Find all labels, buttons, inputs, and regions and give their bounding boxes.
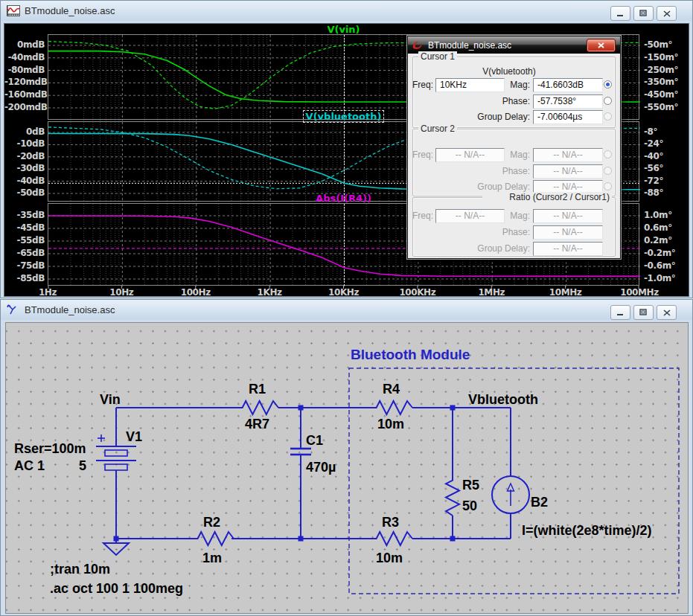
cursor1-legend: Cursor 1 — [418, 51, 457, 62]
v1-rser[interactable]: Rser=100m — [14, 441, 86, 457]
cursor2-groupdelay-radio — [604, 182, 612, 190]
wire-junction — [450, 405, 456, 411]
minimize-icon — [616, 309, 625, 316]
right-axis-tick-label: -550m° — [644, 102, 687, 112]
dialog-close-button[interactable] — [587, 39, 616, 52]
schematic-window: BTmodule_noise.asc Bluetooth Module Vin … — [0, 299, 693, 616]
cursor2-freq-label: Freq: — [411, 150, 433, 160]
r5-value[interactable]: 50 — [462, 498, 477, 514]
trace-label-text[interactable]: Abs(I(R4)) — [316, 193, 371, 204]
cursor2-groupdelay-label: Group Delay: — [453, 182, 530, 192]
close-icon — [663, 309, 671, 316]
cursor1-phase-radio[interactable] — [604, 97, 612, 105]
cursor2-phase-label: Phase: — [467, 166, 530, 176]
close-button[interactable] — [657, 305, 677, 320]
x-axis-tick-label: 10KHz — [322, 287, 366, 298]
resistor-symbol — [373, 532, 412, 545]
cursor1-groupdelay-input[interactable]: -7.00604µs — [533, 110, 603, 124]
cursor2-mag-radio — [604, 150, 612, 158]
ratio-groupdelay-input: -- N/A-- — [533, 242, 603, 256]
directive-ac[interactable]: .ac oct 100 1 100meg — [50, 581, 183, 597]
left-axis-tick-label: -45dB — [4, 222, 45, 233]
x-axis-tick-label: 10MHz — [543, 287, 588, 298]
r2-value[interactable]: 1m — [202, 551, 222, 566]
left-axis-tick-label: -55dB — [4, 235, 45, 246]
r1-value[interactable]: 4R7 — [245, 417, 269, 432]
right-axis-tick-label: 0.2m° — [644, 235, 687, 246]
right-axis-tick-label: -0.2m° — [644, 248, 687, 258]
v1-name[interactable]: V1 — [126, 429, 142, 445]
ltspice-logo-icon — [412, 40, 424, 50]
trace-label-1[interactable]: V(vin) — [48, 24, 639, 35]
net-label-vin[interactable]: Vin — [100, 392, 121, 408]
r5-name[interactable]: R5 — [462, 478, 479, 493]
cursor1-mag-radio[interactable] — [604, 80, 612, 89]
restore-icon — [639, 10, 648, 17]
right-axis-tick-label: -450m° — [644, 89, 687, 100]
left-axis-tick-label: 0dB — [4, 126, 45, 137]
left-axis-tick-label: -50dB — [4, 187, 45, 198]
schematic-titlebar[interactable]: BTmodule_noise.asc — [1, 300, 692, 320]
ratio-groupdelay-label: Group Delay: — [453, 243, 530, 254]
close-icon — [598, 42, 604, 48]
r3-name[interactable]: R3 — [382, 515, 399, 530]
r4-name[interactable]: R4 — [383, 382, 400, 397]
cursor-dialog: BTmodule_noise.asc Cursor 1 V(vbluetooth… — [407, 36, 621, 259]
left-axis-tick-label: 0mdB — [4, 39, 45, 50]
ratio-phase-input: -- N/A-- — [533, 225, 603, 240]
wire-junction — [114, 536, 119, 542]
r2-name[interactable]: R2 — [203, 515, 220, 530]
restore-button[interactable] — [633, 6, 654, 21]
cursor2-mag-input: -- N/A-- — [533, 148, 603, 162]
left-axis-tick-label: -85dB — [4, 273, 45, 283]
r1-name[interactable]: R1 — [249, 382, 266, 397]
cursor1-phase-label: Phase: — [467, 96, 530, 106]
b2-name[interactable]: B2 — [531, 495, 548, 510]
restore-button[interactable] — [633, 305, 654, 320]
cursor1-phase-input[interactable]: -57.7538° — [533, 94, 603, 109]
right-axis-tick-label: -250m° — [644, 65, 687, 75]
wire-junction — [298, 536, 304, 542]
cursor2-phase-input: -- N/A-- — [533, 164, 603, 179]
schematic-file-icon — [7, 304, 20, 315]
right-axis-tick-label: 1.0m° — [644, 210, 687, 220]
schematic-canvas[interactable]: Bluetooth Module Vin Vbluetooth V1 Rser=… — [5, 322, 689, 614]
v1-value[interactable]: 5 — [79, 458, 86, 474]
c1-name[interactable]: C1 — [306, 433, 323, 449]
r3-value[interactable]: 10m — [376, 551, 403, 566]
waveform-window-title: BTmodule_noise.asc — [25, 5, 115, 16]
cursor2-phase-radio — [604, 167, 612, 175]
waveform-titlebar[interactable]: BTmodule_noise.asc — [1, 1, 692, 21]
left-axis-tick-label: -75dB — [4, 260, 45, 271]
v1-ac[interactable]: AC 1 — [14, 458, 45, 474]
x-axis-tick-label: 1Hz — [25, 287, 70, 298]
left-axis-tick-label: -65dB — [4, 248, 45, 258]
resistor-symbol — [239, 401, 278, 414]
waveform-file-icon — [7, 5, 20, 16]
net-label-vbluetooth[interactable]: Vbluetooth — [468, 392, 538, 408]
right-axis-tick-label: -1.0m° — [644, 273, 687, 283]
minimize-button[interactable] — [610, 6, 630, 21]
minimize-button[interactable] — [610, 305, 630, 320]
ratio-freq-label: Freq: — [411, 211, 433, 221]
c1-value[interactable]: 470µ — [306, 460, 336, 475]
right-axis-tick-label: -72° — [644, 176, 687, 186]
trace-label-text[interactable]: V(vin) — [327, 24, 360, 35]
cursor1-mag-input[interactable]: -41.6603dB — [533, 78, 603, 92]
trace-label-text[interactable]: V(vbluetooth) — [303, 110, 385, 123]
left-axis-tick-label: -200mdB — [4, 102, 45, 112]
x-axis-tick-label: 100MHz — [617, 287, 662, 298]
minimize-icon — [616, 10, 625, 17]
cursor1-groupdelay-radio[interactable] — [604, 112, 612, 121]
close-button[interactable] — [657, 6, 677, 21]
b2-value[interactable]: I=(white(2e8*time)/2) — [522, 523, 652, 539]
wire-junction — [298, 405, 304, 411]
r4-value[interactable]: 10m — [377, 417, 404, 432]
module-box-title[interactable]: Bluetooth Module — [351, 347, 470, 363]
cursor1-freq-label: Freq: — [411, 80, 433, 90]
close-icon — [663, 10, 671, 17]
left-axis-tick-label: -35dB — [4, 210, 45, 220]
directive-tran[interactable]: ;tran 10m — [50, 562, 110, 577]
right-axis-tick-label: -0.6m° — [644, 260, 687, 271]
resistor-symbol — [194, 532, 234, 545]
